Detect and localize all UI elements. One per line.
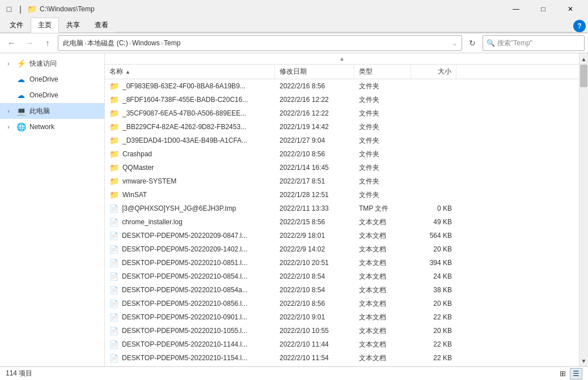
file-name: 📁 _35CF9087-6EA5-47B0-A506-889EEE... (105, 106, 275, 120)
table-row[interactable]: 📁 _0F983E9B-63E2-4F00-8BA8-6A19B9... 202… (105, 79, 579, 93)
scroll-up[interactable]: ▲ (579, 53, 588, 65)
table-row[interactable]: 📁 QQMaster 2022/1/14 16:45 文件夹 (105, 161, 579, 174)
table-row[interactable]: 📄 DESKTOP-PDEP0M5-20220210-0851.l... 202… (105, 256, 579, 270)
sidebar-item-this-pc[interactable]: › 💻 此电脑 (0, 103, 104, 119)
table-row[interactable]: 📁 _8FDF1604-738F-455E-BADB-C20C16... 202… (105, 93, 579, 106)
tab-share[interactable]: 共享 (59, 18, 87, 32)
expander-quick-access: › (5, 61, 12, 67)
col-name-label: 名称 (109, 67, 123, 76)
file-date: 2022/2/17 8:51 (275, 174, 354, 188)
window-maximize[interactable]: □ (530, 0, 556, 18)
title-icon-save[interactable]: □ (5, 5, 14, 14)
file-type: 文本文档 (354, 310, 411, 324)
ribbon-tabs: 文件 主页 共享 查看 ? (0, 18, 588, 33)
file-date: 2022/2/16 8:56 (275, 79, 354, 93)
file-name: 📄 DESKTOP-PDEP0M5-20220210-1144.l... (105, 338, 275, 351)
col-header-size[interactable]: 大小 (411, 65, 456, 79)
expander-network: › (5, 124, 12, 130)
breadcrumb-windows[interactable]: Windows (132, 39, 160, 47)
table-row[interactable]: 📄 DESKTOP-PDEP0M5-20220210-1055.l... 202… (105, 324, 579, 338)
search-bar[interactable]: 🔍 搜索"Temp" (483, 35, 585, 51)
file-name: 📁 vmware-SYSTEM (105, 174, 275, 188)
tab-view[interactable]: 查看 (87, 18, 116, 32)
table-row[interactable]: 📁 _35CF9087-6EA5-47B0-A506-889EEE... 202… (105, 106, 579, 120)
file-size (411, 174, 456, 188)
file-name: 📁 _BB229CF4-82AE-4262-9D82-FB2453... (105, 120, 275, 134)
file-size: 49 KB (411, 215, 456, 229)
title-icon-undo[interactable]: | (16, 5, 25, 14)
view-list-btn[interactable]: ☰ (570, 368, 582, 379)
sidebar-item-network[interactable]: › 🌐 Network (0, 119, 104, 135)
file-date: 2022/1/19 14:42 (275, 120, 354, 134)
help-button[interactable]: ? (573, 20, 586, 32)
table-row[interactable]: 📁 vmware-SYSTEM 2022/2/17 8:51 文件夹 (105, 174, 579, 188)
refresh-button[interactable]: ↻ (464, 35, 480, 51)
doc-icon: 📄 (109, 340, 119, 349)
sidebar-item-onedrive2[interactable]: ☁ OneDrive (0, 87, 104, 103)
scroll-track (579, 65, 588, 355)
scroll-down[interactable]: ▼ (579, 355, 588, 366)
file-type: 文件夹 (354, 174, 411, 188)
tab-home[interactable]: 主页 (31, 18, 59, 33)
scroll-thumb[interactable] (580, 65, 587, 87)
breadcrumb-temp[interactable]: Temp (164, 39, 180, 47)
file-type: 文件夹 (354, 147, 411, 161)
table-row[interactable]: 📄 DESKTOP-PDEP0M5-20220210-1154.l... 202… (105, 351, 579, 365)
table-row[interactable]: 📄 DESKTOP-PDEP0M5-20220210-1144.l... 202… (105, 338, 579, 351)
view-details-btn[interactable]: ⊞ (556, 368, 569, 379)
sidebar-item-quick-access[interactable]: › ⚡ 快速访问 (0, 55, 104, 71)
file-name: 📁 WinSAT (105, 188, 275, 202)
address-bar[interactable]: 此电脑 › 本地磁盘 (C:) › Windows › Temp ⌄ (58, 35, 462, 51)
table-row[interactable]: 📄 DESKTOP-PDEP0M5-20220209-0847.l... 202… (105, 229, 579, 242)
table-row[interactable]: 📄 DESKTOP-PDEP0M5-20220210-0901.l... 202… (105, 310, 579, 324)
file-type: 文件夹 (354, 161, 411, 174)
table-row[interactable]: 📄 DESKTOP-PDEP0M5-20220210-1208.l... 202… (105, 365, 579, 366)
window-close[interactable]: ✕ (557, 0, 583, 18)
col-header-name[interactable]: 名称 ▲ (105, 65, 275, 79)
status-bar: 114 项目 ⊞ ☰ (0, 366, 588, 380)
sidebar: › ⚡ 快速访问 ☁ OneDrive ☁ OneDrive › 💻 此电脑 ›… (0, 53, 105, 366)
file-date: 2022/2/10 8:54 (275, 283, 354, 297)
file-size: 22 KB (411, 310, 456, 324)
nav-back[interactable]: ← (3, 35, 19, 51)
breadcrumb-drive[interactable]: 本地磁盘 (C:) (87, 39, 128, 48)
nav-up[interactable]: ↑ (40, 35, 56, 51)
sidebar-item-onedrive1[interactable]: ☁ OneDrive (0, 71, 104, 87)
col-type-label: 类型 (359, 67, 373, 76)
doc-icon: 📄 (109, 272, 119, 281)
table-row[interactable]: 📁 _BB229CF4-82AE-4262-9D82-FB2453... 202… (105, 120, 579, 134)
col-header-type[interactable]: 类型 (354, 65, 411, 79)
file-name: 📄 DESKTOP-PDEP0M5-20220210-0851.l... (105, 256, 275, 270)
file-size: 22 KB (411, 365, 456, 366)
file-list-header: 名称 ▲ 修改日期 类型 大小 (105, 65, 579, 79)
file-list-container: ▲ 名称 ▲ 修改日期 类型 大小 📁 _0F983E9B-63E2-4F00-… (105, 53, 579, 366)
address-dropdown-arrow[interactable]: ⌄ (452, 40, 457, 46)
file-date: 2022/1/28 12:51 (275, 188, 354, 202)
table-row[interactable]: 📁 WinSAT 2022/1/28 12:51 文件夹 (105, 188, 579, 202)
file-name: 📁 Crashpad (105, 147, 275, 161)
this-pc-icon: 💻 (16, 106, 26, 116)
table-row[interactable]: 📄 DESKTOP-PDEP0M5-20220210-0854.l... 202… (105, 270, 579, 283)
doc-icon: 📄 (109, 286, 119, 294)
table-row[interactable]: 📄 DESKTOP-PDEP0M5-20220210-0856.l... 202… (105, 297, 579, 310)
file-type: 文本文档 (354, 297, 411, 310)
col-date-label: 修改日期 (280, 67, 307, 76)
col-header-date[interactable]: 修改日期 (275, 65, 354, 79)
table-row[interactable]: 📄 ]3@QPHXSO]YSH_JG@6EJH3P.tmp 2022/2/11 … (105, 202, 579, 215)
window-minimize[interactable]: — (503, 0, 529, 18)
table-row[interactable]: 📄 DESKTOP-PDEP0M5-20220210-0854a... 2022… (105, 283, 579, 297)
file-name: 📄 DESKTOP-PDEP0M5-20220210-0854a... (105, 283, 275, 297)
file-type: 文件夹 (354, 79, 411, 93)
doc-icon: 📄 (109, 354, 119, 362)
file-name: 📄 DESKTOP-PDEP0M5-20220210-0856.l... (105, 297, 275, 310)
nav-bar: ← → ↑ 此电脑 › 本地磁盘 (C:) › Windows › Temp ⌄… (0, 33, 588, 53)
table-row[interactable]: 📄 chrome_installer.log 2022/2/15 8:56 文本… (105, 215, 579, 229)
table-row[interactable]: 📁 _D39EDAD4-1D00-43AE-B49B-A1CFA... 2022… (105, 134, 579, 147)
table-row[interactable]: 📄 DESKTOP-PDEP0M5-20220209-1402.l... 202… (105, 242, 579, 256)
scrollbar[interactable]: ▲ ▼ (579, 53, 588, 366)
nav-forward[interactable]: → (22, 35, 37, 51)
tab-file[interactable]: 文件 (2, 18, 31, 32)
breadcrumb-pc[interactable]: 此电脑 (63, 39, 83, 48)
table-row[interactable]: 📁 Crashpad 2022/2/10 8:56 文件夹 (105, 147, 579, 161)
address-breadcrumbs: 此电脑 › 本地磁盘 (C:) › Windows › Temp (63, 39, 450, 48)
